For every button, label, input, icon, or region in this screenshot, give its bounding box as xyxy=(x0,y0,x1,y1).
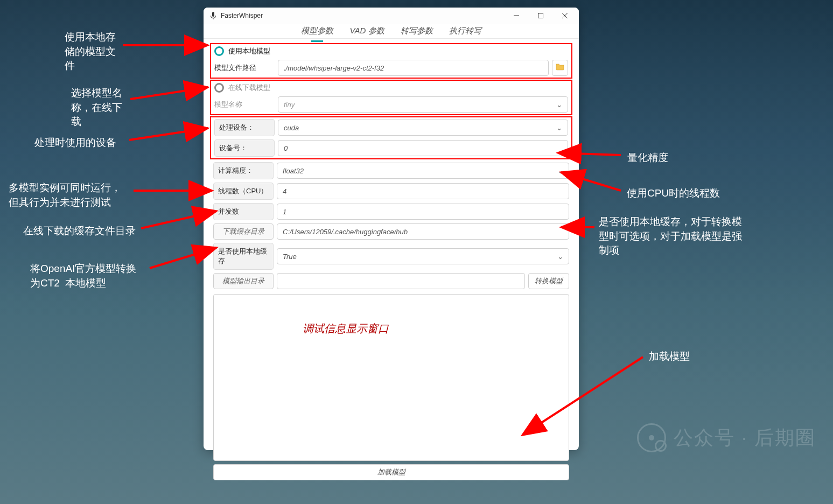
watermark-text: 公众号 · 后期圈 xyxy=(674,425,816,451)
tab-run-transcribe[interactable]: 执行转写 xyxy=(448,24,482,38)
watermark-icon xyxy=(637,423,666,452)
chevron-down-icon: ⌄ xyxy=(557,253,563,261)
window-title: FasterWhisper xyxy=(221,12,504,19)
model-path-input[interactable]: ./model/whsiper-large-v2-ct2-f32 xyxy=(278,60,549,76)
radio-local-model[interactable] xyxy=(214,46,224,56)
annotation-workers: 多模型实例可同时运行， 但其行为并未进行测试 xyxy=(9,181,121,209)
annotation-local-cache: 是否使用本地缓存，对于转换模 型时可选项，对于加载模型是强 制项 xyxy=(599,215,742,258)
tab-model-params[interactable]: 模型参数 xyxy=(300,24,334,38)
debug-output-area[interactable] xyxy=(213,294,569,461)
radio-local-model-label: 使用本地模型 xyxy=(228,46,270,56)
radio-online-model[interactable] xyxy=(214,83,224,93)
watermark: 公众号 · 后期圈 xyxy=(637,423,816,452)
download-cache-dir-button[interactable]: 下载缓存目录 xyxy=(213,223,274,240)
model-path-label: 模型文件路径 xyxy=(214,63,275,73)
svg-rect-1 xyxy=(538,13,543,18)
radio-online-model-label: 在线下载模型 xyxy=(228,83,270,93)
model-output-dir-button[interactable]: 模型输出目录 xyxy=(213,273,274,289)
annotation-model-name: 选择模型名 称，在线下 载 xyxy=(71,86,122,129)
use-local-cache-label: 是否使用本地缓存 xyxy=(213,243,274,270)
model-output-dir-label: 模型输出目录 xyxy=(222,276,264,286)
model-name-label: 模型名称 xyxy=(214,100,275,109)
use-local-cache-value: True xyxy=(283,253,297,261)
cpu-threads-input[interactable]: 4 xyxy=(277,183,569,199)
num-workers-value: 1 xyxy=(283,208,286,216)
device-index-value: 0 xyxy=(284,144,288,152)
device-label: 处理设备： xyxy=(214,119,275,136)
device-index-label: 设备号： xyxy=(214,139,275,157)
tab-bar: 模型参数 VAD 参数 转写参数 执行转写 xyxy=(204,24,579,39)
mic-icon xyxy=(209,11,218,20)
annotation-device: 处理时使用的设备 xyxy=(34,136,116,150)
model-path-value: ./model/whsiper-large-v2-ct2-f32 xyxy=(284,64,384,72)
annotation-load-model: 加载模型 xyxy=(649,349,690,364)
device-value: cuda xyxy=(284,124,299,132)
load-model-label: 加载模型 xyxy=(377,467,405,477)
num-workers-label: 并发数 xyxy=(213,203,274,220)
download-cache-dir-value: C:/Users/12059/.cache/huggingface/hub xyxy=(283,228,408,236)
device-index-input[interactable]: 0 xyxy=(278,140,568,156)
form-area: 使用本地模型 模型文件路径 ./model/whsiper-large-v2-c… xyxy=(204,39,579,486)
local-model-section: 使用本地模型 模型文件路径 ./model/whsiper-large-v2-c… xyxy=(210,43,572,79)
download-cache-dir-input[interactable]: C:/Users/12059/.cache/huggingface/hub xyxy=(277,223,569,240)
convert-model-label: 转换模型 xyxy=(535,276,563,286)
model-output-dir-input[interactable] xyxy=(277,273,525,289)
chevron-down-icon: ⌄ xyxy=(556,124,562,132)
tab-transcribe-params[interactable]: 转写参数 xyxy=(400,24,434,38)
device-select[interactable]: cuda ⌄ xyxy=(278,120,568,136)
titlebar: FasterWhisper xyxy=(204,8,579,24)
download-cache-dir-label: 下载缓存目录 xyxy=(222,227,264,236)
folder-icon xyxy=(556,63,564,73)
convert-model-button[interactable]: 转换模型 xyxy=(528,273,569,289)
cpu-threads-value: 4 xyxy=(283,187,286,195)
load-model-button[interactable]: 加载模型 xyxy=(213,464,569,480)
num-workers-input[interactable]: 1 xyxy=(277,204,569,220)
browse-model-path-button[interactable] xyxy=(552,60,568,76)
chevron-down-icon: ⌄ xyxy=(557,167,563,175)
window-controls xyxy=(504,8,577,24)
minimize-button[interactable] xyxy=(504,8,528,24)
annotation-debug-window: 调试信息显示窗口 xyxy=(303,321,389,336)
compute-type-select[interactable]: float32 ⌄ xyxy=(277,163,569,179)
annotation-cpu-threads: 使用CPU时的线程数 xyxy=(627,186,720,201)
cpu-threads-label: 线程数（CPU） xyxy=(213,183,274,200)
annotation-convert: 将OpenAI官方模型转换 为CT2 本地模型 xyxy=(30,262,136,290)
device-section: 处理设备： cuda ⌄ 设备号： 0 xyxy=(210,116,572,159)
compute-type-value: float32 xyxy=(283,167,304,175)
chevron-down-icon: ⌄ xyxy=(556,101,562,109)
compute-type-label: 计算精度： xyxy=(213,162,274,179)
annotation-compute-type: 量化精度 xyxy=(627,151,668,165)
tab-vad-params[interactable]: VAD 参数 xyxy=(348,24,385,38)
annotation-cache-dir: 在线下载的缓存文件目录 xyxy=(23,224,136,239)
model-name-value: tiny xyxy=(284,101,295,109)
annotation-local-model: 使用本地存 储的模型文 件 xyxy=(65,30,116,73)
close-button[interactable] xyxy=(552,8,577,24)
online-model-section: 在线下载模型 模型名称 tiny ⌄ xyxy=(210,80,572,115)
model-name-select[interactable]: tiny ⌄ xyxy=(278,96,568,113)
app-window: FasterWhisper 模型参数 VAD 参数 转写参数 执行转写 使用本地… xyxy=(204,8,579,450)
use-local-cache-select[interactable]: True ⌄ xyxy=(277,248,569,264)
maximize-button[interactable] xyxy=(528,8,552,24)
